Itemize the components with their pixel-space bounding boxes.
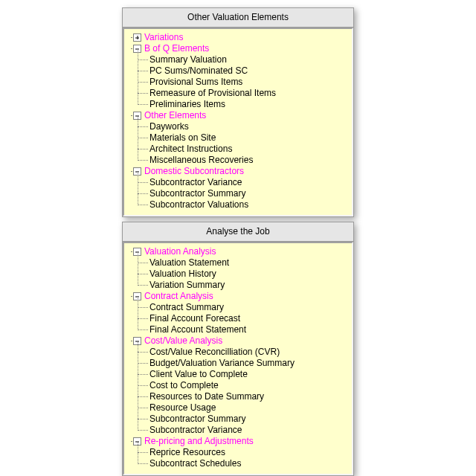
tree-children: Summary Valuation PC Sums/Nominated SC P…	[138, 54, 349, 110]
panel-title: Analyse the Job	[123, 222, 353, 242]
tree-leaf[interactable]: PC Sums/Nominated SC	[149, 65, 349, 77]
tree-leaf[interactable]: Dayworks	[149, 121, 349, 132]
tree-leaf-label: Remeasure of Provisional Items	[149, 88, 276, 98]
tree-leaf[interactable]: Client Value to Complete	[149, 369, 349, 380]
tree-leaf-label: Subcontractor Variance	[149, 177, 242, 187]
tree-leaf-label: Summary Valuation	[149, 54, 227, 65]
tree-node-label: Domestic Subcontractors	[144, 166, 244, 177]
tree-node-label: Re-pricing and Adjustments	[144, 436, 254, 447]
tree-leaf-label: Subcontractor Variance	[149, 425, 242, 435]
tree-leaf-label: Architect Instructions	[149, 144, 232, 154]
tree-node-label: Variations	[144, 32, 183, 43]
tree-leaf[interactable]: Remeasure of Provisional Items	[149, 88, 349, 99]
panel-body: Variations B of Q Elements Summary Valua…	[123, 28, 353, 216]
expand-icon[interactable]	[133, 33, 141, 42]
tree-leaf-label: Miscellaneous Recoveries	[149, 155, 253, 165]
tree-node-domestic-subcontractors[interactable]: Domestic Subcontractors	[127, 166, 349, 177]
tree-node-label: Cost/Value Analysis	[144, 335, 222, 347]
tree-leaf[interactable]: Resources to Date Summary	[149, 391, 349, 402]
tree-leaf-label: Subcontractor Summary	[149, 414, 245, 424]
tree-leaf-label: Valuation History	[149, 268, 216, 279]
tree-leaf[interactable]: Final Account Statement	[149, 324, 349, 335]
tree-leaf[interactable]: Subcontractor Summary	[149, 414, 349, 425]
tree-node-label: Valuation Analysis	[144, 246, 216, 257]
tree-children: Valuation Statement Valuation History Va…	[138, 257, 349, 291]
tree-leaf[interactable]: Contract Summary	[149, 302, 349, 313]
panel-analyse-the-job: Analyse the Job Valuation Analysis Valua…	[122, 222, 354, 476]
tree-node-variations[interactable]: Variations	[127, 32, 349, 43]
tree-leaf-label: Client Value to Complete	[149, 369, 248, 379]
tree-node-label: Contract Analysis	[144, 291, 213, 302]
tree-leaf[interactable]: Summary Valuation	[149, 54, 349, 65]
tree-children: Reprice Resources Subcontract Schedules	[138, 447, 349, 469]
panel-stack: Other Valuation Elements Variations B of…	[122, 7, 354, 476]
tree-leaf-label: Provisional Sums Items	[149, 77, 242, 87]
tree-children: Subcontractor Variance Subcontractor Sum…	[138, 177, 349, 210]
tree-leaf-label: Dayworks	[149, 121, 189, 132]
tree-node-other-elements[interactable]: Other Elements	[127, 110, 349, 121]
tree-leaf[interactable]: Subcontractor Variance	[149, 177, 349, 188]
tree-children: Cost/Value Reconcilliation (CVR) Budget/…	[138, 347, 349, 436]
tree-leaf[interactable]: Valuation History	[149, 268, 349, 280]
tree-children: Dayworks Materials on Site Architect Ins…	[138, 121, 349, 166]
tree-leaf-label: Resources to Date Summary	[149, 391, 264, 402]
panel-body: Valuation Analysis Valuation Statement V…	[123, 242, 353, 475]
tree-node-label: Other Elements	[144, 110, 206, 121]
tree-node-cost-value-analysis[interactable]: Cost/Value Analysis	[127, 335, 349, 347]
panel-other-valuation-elements: Other Valuation Elements Variations B of…	[122, 7, 354, 217]
tree-leaf[interactable]: Provisional Sums Items	[149, 77, 349, 88]
tree-leaf-label: Cost to Complete	[149, 380, 219, 390]
tree-leaf-label: Variation Summary	[149, 280, 225, 290]
tree-leaf-label: Budget/Valuation Variance Summary	[149, 358, 295, 368]
tree-leaf-label: Final Account Statement	[149, 324, 246, 335]
tree-leaf[interactable]: Miscellaneous Recoveries	[149, 155, 349, 166]
tree-leaf[interactable]: Variation Summary	[149, 280, 349, 291]
tree: Variations B of Q Elements Summary Valua…	[127, 32, 349, 210]
tree-children: Contract Summary Final Account Forecast …	[138, 302, 349, 335]
tree-leaf[interactable]: Subcontractor Summary	[149, 188, 349, 199]
tree-leaf-label: Resource Usage	[149, 402, 216, 413]
tree-leaf-label: Subcontractor Valuations	[149, 199, 248, 210]
tree-leaf[interactable]: Cost to Complete	[149, 380, 349, 391]
tree-leaf[interactable]: Materials on Site	[149, 132, 349, 144]
tree-leaf-label: Final Account Forecast	[149, 313, 240, 324]
tree-leaf[interactable]: Architect Instructions	[149, 144, 349, 155]
tree-leaf[interactable]: Budget/Valuation Variance Summary	[149, 358, 349, 369]
tree-leaf-label: Valuation Statement	[149, 257, 229, 268]
tree-leaf-label: Preliminaries Items	[149, 99, 225, 109]
tree-node-contract-analysis[interactable]: Contract Analysis	[127, 291, 349, 302]
tree-leaf[interactable]: Reprice Resources	[149, 447, 349, 458]
tree-leaf[interactable]: Subcontract Schedules	[149, 458, 349, 469]
tree-leaf-label: Contract Summary	[149, 302, 224, 312]
tree-node-b-of-q-elements[interactable]: B of Q Elements	[127, 43, 349, 54]
tree-leaf[interactable]: Preliminaries Items	[149, 99, 349, 110]
tree-leaf-label: PC Sums/Nominated SC	[149, 65, 248, 76]
tree-leaf[interactable]: Subcontractor Valuations	[149, 199, 349, 210]
tree-leaf-label: Cost/Value Reconcilliation (CVR)	[149, 347, 280, 357]
tree-leaf[interactable]: Subcontractor Variance	[149, 425, 349, 436]
tree-leaf-label: Subcontractor Summary	[149, 188, 245, 199]
tree-leaf[interactable]: Cost/Value Reconcilliation (CVR)	[149, 347, 349, 358]
tree-node-valuation-analysis[interactable]: Valuation Analysis	[127, 246, 349, 257]
tree: Valuation Analysis Valuation Statement V…	[127, 246, 349, 469]
tree-leaf-label: Reprice Resources	[149, 447, 225, 457]
panel-title: Other Valuation Elements	[123, 8, 353, 28]
tree-leaf[interactable]: Resource Usage	[149, 402, 349, 414]
tree-leaf[interactable]: Valuation Statement	[149, 257, 349, 268]
tree-leaf-label: Subcontract Schedules	[149, 458, 241, 469]
tree-leaf[interactable]: Final Account Forecast	[149, 313, 349, 324]
tree-node-label: B of Q Elements	[144, 43, 209, 54]
tree-node-re-pricing-and-adjustments[interactable]: Re-pricing and Adjustments	[127, 436, 349, 447]
tree-leaf-label: Materials on Site	[149, 132, 216, 143]
